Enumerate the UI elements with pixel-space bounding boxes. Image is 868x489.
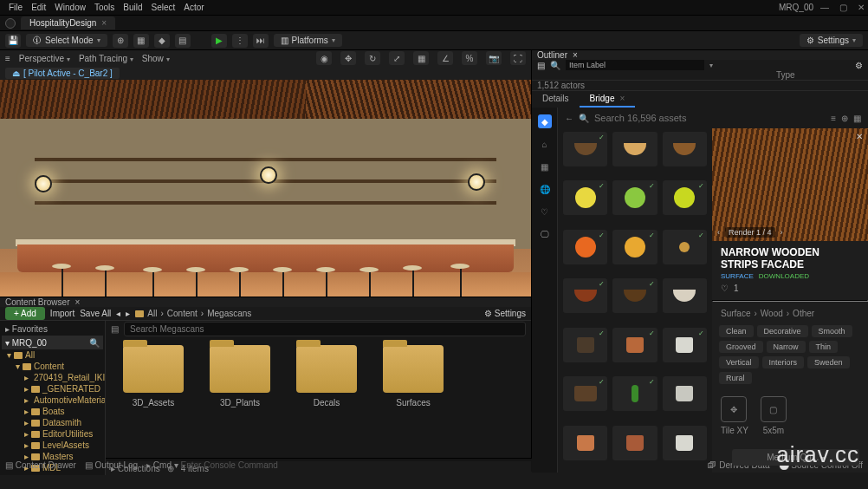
asset-thumb[interactable]: ✓ [563,132,607,166]
tree-node[interactable]: ▸ 270419_Retail_IKI [7,372,103,383]
level-tab[interactable]: HospitalityDesign × [21,16,115,29]
tag[interactable]: Rural [719,372,752,384]
menu-select[interactable]: Select [152,3,176,12]
minimize-icon[interactable]: — [820,3,829,12]
blueprint-icon[interactable]: ◆ [154,34,170,48]
gizmo-move-icon[interactable]: ✥ [340,51,356,65]
project-section[interactable]: ▾ MRQ_00🔍 [2,336,103,349]
content-drawer-button[interactable]: ▤ Content Drawer [5,460,76,470]
menu-window[interactable]: Window [55,3,86,12]
menu-build[interactable]: Build [123,3,142,12]
sort-icon[interactable]: ⊕ [841,114,848,123]
asset-thumb[interactable]: ✓ [663,180,707,215]
add-button[interactable]: + Add [5,307,45,320]
asset-thumb[interactable]: ✓ [563,278,607,313]
folder-item[interactable]: Surfaces [383,345,444,408]
next-render-icon[interactable]: › [781,228,783,237]
tree-node[interactable]: ▸ Datasmith [7,417,103,428]
close-icon[interactable]: ✕ [856,132,863,141]
sequencer-icon[interactable]: ▤ [175,34,191,48]
history-fwd-icon[interactable]: ▸ [126,309,130,318]
close-tab-icon[interactable]: × [101,18,107,28]
marketplace-icon[interactable]: ▦ [133,34,149,48]
filter-icon[interactable]: ▤ [111,324,119,334]
path-breadcrumb[interactable]: All › Content › Megascans [135,309,251,318]
tag[interactable]: Clean [719,325,754,337]
bridge-search-input[interactable] [594,113,826,123]
folder-item[interactable]: 3D_Assets [123,345,184,408]
menu-file[interactable]: File [9,3,23,12]
content-search-input[interactable] [124,322,526,336]
viewport-maximize-icon[interactable]: ⛶ [510,51,526,65]
history-back-icon[interactable]: ◂ [116,309,120,318]
bridge-asset-grid[interactable]: ✓ ✓ ✓ ✓ ✓ ✓ ✓ ✓ ✓ ✓ ✓ ✓ [558,128,712,473]
bridge-favorites-icon[interactable]: ♡ [538,205,552,218]
asset-thumb[interactable] [612,132,657,166]
viewport-menu-icon[interactable]: ≡ [5,54,10,63]
platforms-button[interactable]: ▥ Platforms ▾ [274,34,342,47]
back-icon[interactable]: ← [565,114,573,123]
folder-item[interactable]: Decals [296,345,357,408]
tree-node[interactable]: ▾ All [7,349,103,361]
asset-thumb[interactable] [663,278,707,313]
bridge-collections-icon[interactable]: ▦ [538,160,552,173]
tab-details[interactable]: Details [532,91,580,108]
asset-thumb[interactable]: ✓ [663,230,707,264]
asset-thumb[interactable] [663,132,707,166]
tree-node[interactable]: ▸ EditorUtilities [7,428,103,440]
cb-settings-button[interactable]: ⚙ Settings [484,309,526,318]
tag[interactable]: Smooth [812,325,852,337]
save-icon[interactable]: 💾 [5,34,21,48]
tile-option[interactable]: ✥Tile XY [721,396,748,435]
asset-thumb[interactable] [663,426,707,460]
tag[interactable]: Grooved [719,341,763,353]
tag[interactable]: Thin [809,341,839,353]
tag[interactable]: Decorative [757,325,808,337]
tag[interactable]: Vertical [719,356,759,368]
close-panel-icon[interactable]: × [573,50,578,60]
outliner-search-input[interactable] [566,60,704,70]
tree-node[interactable]: ▸ Boats [7,406,103,417]
menu-tools[interactable]: Tools [94,3,114,12]
tag[interactable]: Interiors [762,356,805,368]
cmd-input[interactable]: ▸ Cmd ▾ Enter Console Command [146,460,278,470]
asset-thumb[interactable]: ✓ [612,230,657,264]
close-icon[interactable]: ✕ [858,3,865,12]
tab-bridge[interactable]: Bridge× [580,91,636,108]
snap-scale-icon[interactable]: % [462,51,477,65]
bridge-home-icon[interactable]: ◆ [538,114,552,128]
asset-thumb[interactable]: ✓ [563,230,607,264]
asset-thumb[interactable] [663,376,707,411]
filter-icon[interactable]: ≡ [831,114,836,123]
asset-thumb[interactable]: ✓ [612,180,657,215]
tree-node[interactable]: ▸ LevelAssets [7,440,103,451]
asset-thumb[interactable]: ✓ [563,376,607,411]
search-icon[interactable]: 🔍 [89,338,100,348]
view-icon[interactable]: ▦ [853,114,861,123]
menu-actor[interactable]: Actor [184,3,204,12]
play-icon[interactable]: ▶ [211,34,227,48]
asset-preview[interactable]: ✕ ‹ Render 1 / 4 › [712,128,868,241]
asset-thumb[interactable]: ✓ [663,328,707,362]
maximize-icon[interactable]: ▢ [839,3,847,12]
gizmo-select-icon[interactable]: ◉ [316,51,332,65]
snap-angle-icon[interactable]: ∠ [437,51,453,65]
tree-node[interactable]: ▸ _GENERATED [7,383,103,394]
gizmo-scale-icon[interactable]: ⤢ [389,51,405,65]
asset-thumb[interactable] [612,426,657,460]
show-dropdown[interactable]: Show ▾ [142,54,170,63]
viewport[interactable] [0,80,531,297]
folder-item[interactable]: 3D_Plants [210,345,270,408]
bridge-home-icon[interactable]: ⌂ [538,137,552,151]
add-content-icon[interactable]: ⊕ [113,34,128,48]
tag[interactable]: Narrow [767,341,806,353]
asset-thumb[interactable]: ✓ [563,328,607,362]
select-mode-button[interactable]: 🛈 Select Mode ▾ [26,34,107,47]
close-panel-icon[interactable]: × [74,297,80,307]
close-tab-icon[interactable]: × [619,94,625,103]
step-icon[interactable]: ⏭ [253,34,269,48]
menu-edit[interactable]: Edit [31,3,46,12]
pathtracing-dropdown[interactable]: Path Tracing ▾ [79,54,133,63]
asset-thumb[interactable]: ✓ [612,278,657,313]
tag[interactable]: Sweden [807,356,850,368]
